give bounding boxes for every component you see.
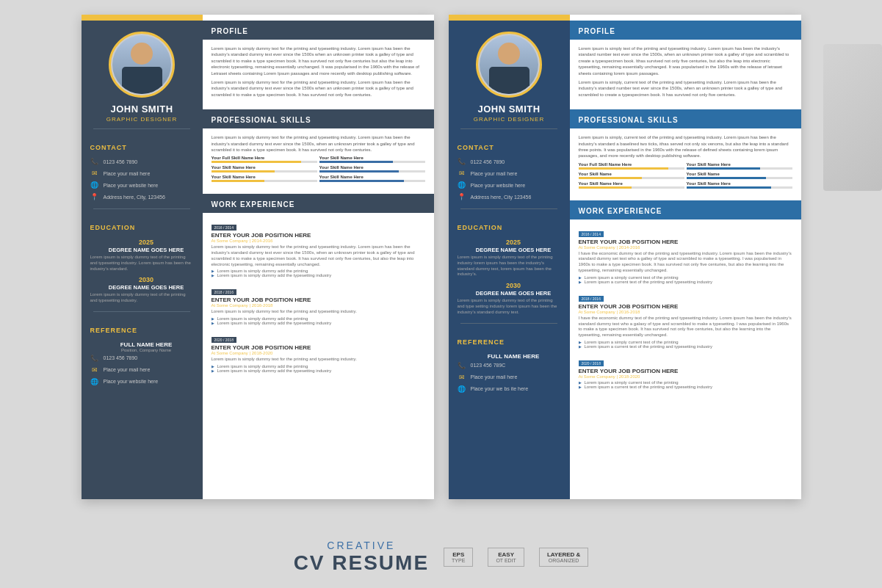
cv2-job2-date: 2018 / 2016 <box>579 296 604 302</box>
cv2-ref-email-icon: ✉ <box>458 373 466 382</box>
cv1-divider-3 <box>93 311 190 312</box>
cv2-job3-bullet2: Lorem ipsum a current text of the printi… <box>579 385 792 389</box>
cv1-work-section: 2016 / 2014 ENTER YOUR JOB POSITION HERE… <box>203 216 434 382</box>
cv1-job2-bullet2: Lorem ipsum is simply dummy add the type… <box>212 321 425 325</box>
cv2-sidebar: JOHN SMITH GRAPHIC DESIGNER CONTACT 📞 01… <box>449 15 570 499</box>
cv1-person-head <box>131 43 153 65</box>
cv2-job2-company: At Some Company | 2016-2018 <box>579 310 792 314</box>
cv2-ref-phone-icon: 📞 <box>458 361 466 370</box>
cv2-skill3-bar <box>579 177 684 179</box>
cv1-job2-date: 2018 / 2016 <box>212 289 236 295</box>
cv1-job2-desc: Lorem ipsum is simply dummy text for the… <box>212 309 425 315</box>
cv1-main: PROFILE Lorem ipsum is simply dummy text… <box>203 15 434 499</box>
cv2-phone-item: 📞 0122 456 7890 <box>449 156 570 167</box>
cv2-yellow-bar <box>449 15 570 21</box>
cv2-skill2-label: Your Skill Name Here <box>687 162 792 167</box>
location-icon: 📍 <box>90 192 99 201</box>
cv1-skill6-bar <box>319 180 425 182</box>
cv1-ref-phone: 0123 456 7890 <box>104 355 138 360</box>
cv2-skill6-label: Your Skill Name Here <box>687 181 792 186</box>
cv1-skill5-bar <box>212 180 317 182</box>
cv1-skills-section: Lorem ipsum is simply dummy text for the… <box>203 131 434 188</box>
tag-layered-top: LAYERED & <box>547 551 581 558</box>
cv2-job1-title: ENTER YOUR JOB POSITION HERE <box>579 239 792 245</box>
cv1-job1-company: At Some Company | 2014-2016 <box>212 239 425 243</box>
cv1-divider-2 <box>93 208 190 209</box>
cv2-skill3: Your Skill Name <box>579 172 684 179</box>
cv-panel-2: JOHN SMITH GRAPHIC DESIGNER CONTACT 📞 01… <box>449 15 801 499</box>
cv2-job2: 2018 / 2016 ENTER YOUR JOB POSITION HERE… <box>579 290 792 349</box>
cv2-skill4: Your Skill Name <box>687 172 792 179</box>
keyboard-decoration <box>823 44 882 191</box>
cv2-location-icon: 📍 <box>458 192 466 201</box>
cv2-email-item: ✉ Place your mail here <box>449 167 570 179</box>
cv1-job3-title: ENTER YOUR JOB POSITION HERE <box>212 344 425 351</box>
email-icon: ✉ <box>90 169 99 178</box>
tag-eps: EPS TYPE <box>444 548 473 567</box>
tag-easy-bottom: OT EDIT <box>496 558 516 563</box>
cv2-name: JOHN SMITH <box>477 104 540 115</box>
cv2-main: PROFILE Lorem ipsum is simply text of th… <box>570 15 801 499</box>
cv2-skills-section: Lorem ipsum is simply, current text of t… <box>570 131 801 195</box>
background: JOHN SMITH GRAPHIC DESIGNER CONTACT 📞 01… <box>0 0 882 588</box>
cv1-profile-text1: Lorem ipsum is simply dummy text for the… <box>212 46 425 76</box>
website-icon: 🌐 <box>90 181 99 189</box>
cv2-skill2: Your Skill Name Here <box>687 162 792 170</box>
cv2-ref-website-icon: 🌐 <box>458 385 466 393</box>
cv1-skill1-bar <box>212 161 317 163</box>
cv2-reference-heading: REFERENCE <box>449 338 505 346</box>
cv1-job3-date: 2020 / 2018 <box>212 337 236 343</box>
ref-phone-icon: 📞 <box>90 354 99 363</box>
cv2-website-item: 🌐 Place your website here <box>449 179 570 191</box>
cv1-ref-email: Place your mail here <box>104 367 151 372</box>
cv1-ref-email-item: ✉ Place your mail here <box>82 364 203 376</box>
cv1-profile-section: Lorem ipsum is simply dummy text for the… <box>203 43 434 104</box>
cv2-profile-title: PROFILE <box>579 27 615 35</box>
cv2-skill2-bar <box>687 167 792 170</box>
cv2-skills-title: PROFESSIONAL SKILLS <box>579 116 679 124</box>
cv2-ref-name: FULL NAME HERE <box>479 353 540 360</box>
cv1-edu2-desc: Lorem ipsum is simply dummy text of the … <box>82 291 203 305</box>
cv2-person-head <box>498 43 520 65</box>
cv1-skill2-bar <box>319 161 425 163</box>
cv2-edu2-degree: DEGREE NAME GOES HERE <box>467 290 552 297</box>
cv2-phone-icon: 📞 <box>458 157 466 166</box>
cv2-skill5: Your Skill Name Here <box>579 181 684 189</box>
ref-email-icon: ✉ <box>90 366 99 374</box>
cv2-edu1-degree: DEGREE NAME GOES HERE <box>467 247 552 253</box>
cv1-ref-name: FULL NAME HERE <box>112 341 173 348</box>
cv2-profile-section: Lorem ipsum is simply text of the printi… <box>570 43 801 104</box>
cv1-sidebar: JOHN SMITH GRAPHIC DESIGNER CONTACT 📞 01… <box>82 15 203 499</box>
cv2-phone: 0122 456 7890 <box>471 159 505 164</box>
cv2-website-icon: 🌐 <box>458 181 466 189</box>
cv2-work-section: 2016 / 2014 ENTER YOUR JOB POSITION HERE… <box>570 222 801 398</box>
cv1-skill3-label: Your Skill Name Here <box>212 165 317 170</box>
cv1-job1-date: 2016 / 2014 <box>212 225 236 231</box>
cv2-profile-photo <box>476 32 542 98</box>
cv1-work-title: WORK EXPERIENCE <box>212 200 295 208</box>
cv1-yellow-bar <box>82 15 203 21</box>
cv2-ref-email-item: ✉ Place your mail here <box>449 371 570 383</box>
cv2-job2-title: ENTER YOUR JOB POSITION HERE <box>579 303 792 310</box>
cv-panel-1: JOHN SMITH GRAPHIC DESIGNER CONTACT 📞 01… <box>82 15 434 499</box>
cv2-job3-title: ENTER YOUR JOB POSITION HERE <box>579 368 792 374</box>
cv1-skill6: Your Skill Name Here <box>319 175 425 182</box>
cv1-skills-title: PROFESSIONAL SKILLS <box>212 116 311 124</box>
cv2-skill5-label: Your Skill Name Here <box>579 181 684 186</box>
cv2-email-icon: ✉ <box>458 169 466 178</box>
cv2-skill5-bar <box>579 186 684 189</box>
cv-panels: JOHN SMITH GRAPHIC DESIGNER CONTACT 📞 01… <box>29 15 853 531</box>
cv1-skill3: Your Skill Name Here <box>212 165 317 173</box>
cv2-ref-phone: 0123 456 789C <box>471 363 506 368</box>
cv1-profile-bar: PROFILE <box>203 21 434 40</box>
cv1-email: Place your mail here <box>104 171 151 176</box>
tag-layered-bottom: ORGANIZED <box>547 558 581 563</box>
cv2-profile-text2: Lorem ipsum is simply, current text of t… <box>579 79 792 98</box>
cv2-job2-desc: I have the economic dummy text of the pr… <box>579 316 792 338</box>
cv1-skills-bar: PROFESSIONAL SKILLS <box>203 109 434 128</box>
cv1-website-item: 🌐 Place your website here <box>82 179 203 191</box>
cv2-edu1-year: 2025 <box>497 239 521 246</box>
main-area: JOHN SMITH GRAPHIC DESIGNER CONTACT 📞 01… <box>0 0 882 588</box>
cv2-job1-desc: I have the economic dummy text of the pr… <box>579 251 792 274</box>
cv2-edu2-year: 2030 <box>497 282 521 289</box>
